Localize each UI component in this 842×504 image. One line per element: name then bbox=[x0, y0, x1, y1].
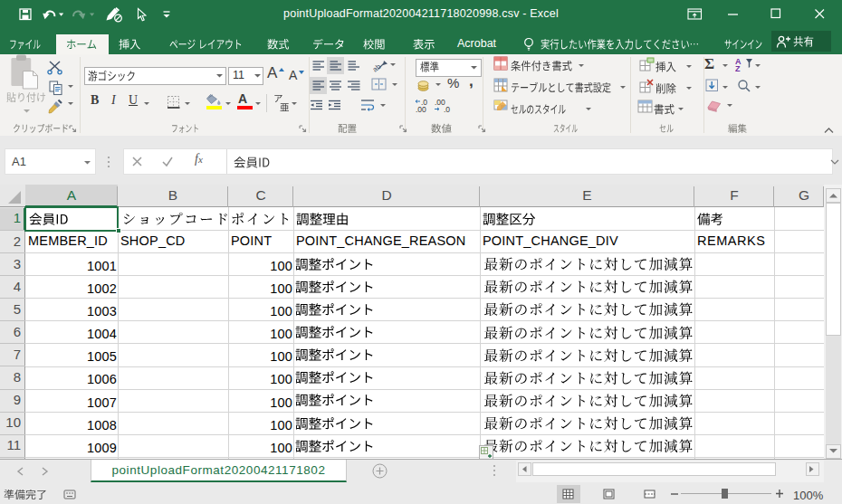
svg-text:.00: .00 bbox=[416, 105, 426, 113]
svg-text:Z: Z bbox=[735, 64, 741, 72]
svg-text:.0: .0 bbox=[444, 105, 450, 113]
svg-text:ab: ab bbox=[373, 62, 383, 72]
